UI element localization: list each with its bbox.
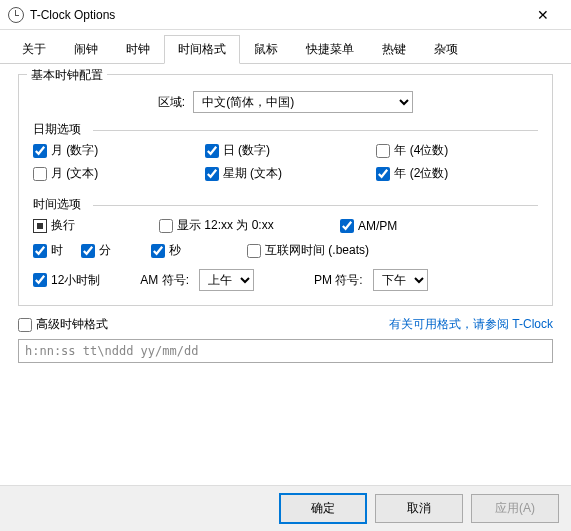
tab-time-format[interactable]: 时间格式 bbox=[164, 35, 240, 64]
format-input[interactable] bbox=[18, 339, 553, 363]
ampm-checkbox[interactable]: AM/PM bbox=[340, 219, 538, 233]
month-num-checkbox[interactable]: 月 (数字) bbox=[33, 142, 195, 159]
basic-group-label: 基本时钟配置 bbox=[27, 67, 107, 84]
h12-checkbox[interactable]: 12小时制 bbox=[33, 272, 100, 289]
content: 基本时钟配置 区域: 中文(简体，中国) 日期选项 月 (数字) 日 (数字) … bbox=[0, 64, 571, 373]
pm-symbol-label: PM 符号: bbox=[314, 272, 363, 289]
tab-clock[interactable]: 时钟 bbox=[112, 35, 164, 64]
cancel-button[interactable]: 取消 bbox=[375, 494, 463, 523]
tab-hotkey[interactable]: 热键 bbox=[368, 35, 420, 64]
basic-clock-group: 基本时钟配置 区域: 中文(简体，中国) 日期选项 月 (数字) 日 (数字) … bbox=[18, 74, 553, 306]
locale-select[interactable]: 中文(简体，中国) bbox=[193, 91, 413, 113]
titlebar: T-Clock Options ✕ bbox=[0, 0, 571, 30]
tab-alarm[interactable]: 闹钟 bbox=[60, 35, 112, 64]
pm-symbol-select[interactable]: 下午 bbox=[373, 269, 428, 291]
minute-checkbox[interactable]: 分 bbox=[81, 242, 111, 259]
format-help-link[interactable]: 有关可用格式，请参阅 T-Clock bbox=[389, 316, 553, 333]
day-num-checkbox[interactable]: 日 (数字) bbox=[205, 142, 367, 159]
year2-checkbox[interactable]: 年 (2位数) bbox=[376, 165, 538, 182]
internet-time-checkbox[interactable]: 互联网时间 (.beats) bbox=[247, 242, 369, 259]
show12as0-checkbox[interactable]: 显示 12:xx 为 0:xx bbox=[159, 217, 334, 234]
time-options-label: 时间选项 bbox=[33, 196, 538, 213]
ok-button[interactable]: 确定 bbox=[279, 493, 367, 524]
date-options-label: 日期选项 bbox=[33, 121, 538, 138]
am-symbol-label: AM 符号: bbox=[140, 272, 189, 289]
hour-checkbox[interactable]: 时 bbox=[33, 242, 63, 259]
am-symbol-select[interactable]: 上午 bbox=[199, 269, 254, 291]
footer: 确定 取消 应用(A) bbox=[0, 485, 571, 531]
advanced-format-checkbox[interactable]: 高级时钟格式 bbox=[18, 316, 108, 333]
second-checkbox[interactable]: 秒 bbox=[151, 242, 181, 259]
tab-mouse[interactable]: 鼠标 bbox=[240, 35, 292, 64]
locale-label: 区域: bbox=[158, 94, 185, 111]
year4-checkbox[interactable]: 年 (4位数) bbox=[376, 142, 538, 159]
close-button[interactable]: ✕ bbox=[523, 1, 563, 29]
tab-quick-menu[interactable]: 快捷菜单 bbox=[292, 35, 368, 64]
month-text-checkbox[interactable]: 月 (文本) bbox=[33, 165, 195, 182]
linebreak-checkbox[interactable]: 换行 bbox=[33, 217, 153, 234]
tab-misc[interactable]: 杂项 bbox=[420, 35, 472, 64]
tabs: 关于 闹钟 时钟 时间格式 鼠标 快捷菜单 热键 杂项 bbox=[0, 30, 571, 64]
window-title: T-Clock Options bbox=[30, 8, 523, 22]
clock-icon bbox=[8, 7, 24, 23]
apply-button[interactable]: 应用(A) bbox=[471, 494, 559, 523]
tab-about[interactable]: 关于 bbox=[8, 35, 60, 64]
weekday-text-checkbox[interactable]: 星期 (文本) bbox=[205, 165, 367, 182]
